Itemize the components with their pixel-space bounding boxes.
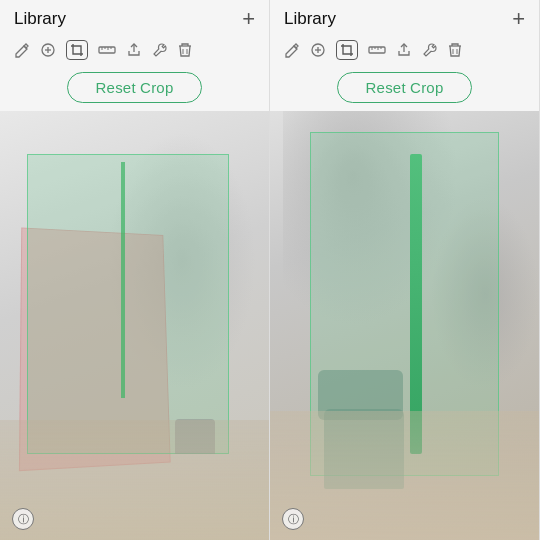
pencil-icon-left[interactable] bbox=[14, 42, 30, 58]
scene-left bbox=[0, 111, 269, 540]
trash-icon-left[interactable] bbox=[178, 42, 192, 58]
svg-rect-3 bbox=[99, 47, 115, 53]
ruler-icon-left[interactable] bbox=[98, 42, 116, 58]
bar-green-right bbox=[410, 154, 422, 454]
library-title-left: Library bbox=[14, 9, 66, 29]
bar-green-left bbox=[121, 162, 125, 398]
wrench-icon-left[interactable] bbox=[152, 42, 168, 58]
toolbar-left bbox=[0, 34, 269, 68]
pencil-icon-right[interactable] bbox=[284, 42, 300, 58]
toolbar-right bbox=[270, 34, 539, 68]
plus-circle-icon-right[interactable] bbox=[310, 42, 326, 58]
canvas-left: ⓘ bbox=[0, 111, 269, 540]
info-button-right[interactable]: ⓘ bbox=[282, 508, 304, 530]
header-right: Library + bbox=[270, 0, 539, 34]
crop-icon-left[interactable] bbox=[66, 40, 88, 60]
canvas-right: ⓘ bbox=[270, 111, 539, 540]
ruler-icon-right[interactable] bbox=[368, 42, 386, 58]
library-title-right: Library bbox=[284, 9, 336, 29]
reset-crop-bar-left: Reset Crop bbox=[0, 68, 269, 111]
floor-right bbox=[270, 411, 539, 540]
svg-rect-13 bbox=[369, 47, 385, 53]
panel-left: Library + bbox=[0, 0, 270, 540]
add-button-right[interactable]: + bbox=[512, 8, 525, 30]
panel-right: Library + bbox=[270, 0, 540, 540]
plus-circle-icon-left[interactable] bbox=[40, 42, 56, 58]
floor-left bbox=[0, 420, 269, 540]
header-left: Library + bbox=[0, 0, 269, 34]
reset-crop-button-right[interactable]: Reset Crop bbox=[337, 72, 473, 103]
scene-right bbox=[270, 111, 539, 540]
info-button-left[interactable]: ⓘ bbox=[12, 508, 34, 530]
share-icon-right[interactable] bbox=[396, 42, 412, 58]
crop-icon-right[interactable] bbox=[336, 40, 358, 60]
wrench-icon-right[interactable] bbox=[422, 42, 438, 58]
crop-box-left bbox=[27, 154, 229, 454]
add-button-left[interactable]: + bbox=[242, 8, 255, 30]
trash-icon-right[interactable] bbox=[448, 42, 462, 58]
share-icon-left[interactable] bbox=[126, 42, 142, 58]
reset-crop-button-left[interactable]: Reset Crop bbox=[67, 72, 203, 103]
reset-crop-bar-right: Reset Crop bbox=[270, 68, 539, 111]
